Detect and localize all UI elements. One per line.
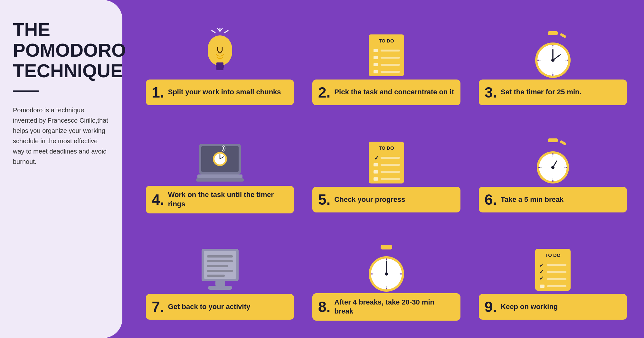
svg-rect-22: [381, 71, 400, 73]
step-5-label: 5. Check your progress: [312, 187, 460, 212]
todo2-icon: TO DO ✓: [367, 137, 406, 187]
step-9-text: Keep on working: [501, 302, 558, 312]
svg-rect-56: [548, 138, 558, 142]
step-7-number: 7.: [152, 299, 164, 314]
svg-rect-76: [207, 275, 225, 277]
step-9-card: TO DO ✓ ✓ ✓ 9. Keep on working: [479, 233, 627, 320]
step-4-text: Work on the task until the timer rings: [168, 190, 289, 209]
svg-rect-100: [540, 285, 545, 288]
step-1-card: 1. Split your work into small chunks: [146, 18, 294, 105]
svg-text:TO DO: TO DO: [545, 252, 561, 258]
step-3-label: 3. Set the timer for 25 min.: [479, 80, 627, 105]
step-6-number: 6.: [485, 192, 497, 207]
step-5-icon-area: TO DO ✓: [367, 126, 406, 187]
description-text: Pomodoro is a technique invented by Fran…: [13, 105, 109, 167]
svg-rect-72: [207, 255, 233, 258]
svg-rect-97: [547, 271, 566, 273]
svg-rect-57: [560, 140, 566, 146]
svg-text:✓: ✓: [539, 269, 544, 275]
svg-rect-16: [381, 50, 400, 52]
svg-rect-10: [216, 65, 224, 68]
svg-rect-95: [547, 264, 566, 266]
step-3-text: Set the timer for 25 min.: [501, 88, 582, 97]
step-7-card: 7. Get back to your activity: [146, 233, 294, 320]
svg-rect-54: [374, 177, 378, 181]
step-2-label: 2. Pick the task and concerntrate on it: [312, 80, 460, 105]
step-2-card: TO DO 2. Pick the task and concerntrate …: [312, 18, 460, 105]
svg-rect-44: [197, 174, 242, 178]
svg-rect-23: [548, 31, 558, 35]
step-1-number: 1.: [152, 85, 164, 100]
svg-rect-101: [547, 285, 566, 287]
left-panel: THE POMODORO TECHNIQUE Pomodoro is a tec…: [0, 0, 122, 338]
svg-rect-78: [208, 286, 232, 290]
svg-rect-52: [374, 170, 378, 174]
step-6-label: 6. Take a 5 min break: [479, 187, 627, 212]
step-6-icon-area: [530, 126, 575, 187]
step-7-label: 7. Get back to your activity: [146, 294, 294, 320]
step-3-icon-area: [530, 18, 575, 80]
step-4-icon-area: [194, 125, 246, 186]
svg-rect-73: [207, 260, 233, 262]
main-content: 1. Split your work into small chunks TO …: [129, 0, 644, 338]
svg-rect-77: [215, 281, 225, 286]
svg-rect-99: [547, 278, 566, 280]
step-6-card: 6. Take a 5 min break: [479, 126, 627, 212]
step-8-label: 8. After 4 breaks, take 20-30 min break: [312, 293, 460, 321]
svg-text:✓: ✓: [374, 155, 379, 161]
svg-point-87: [385, 272, 388, 276]
step-4-number: 4.: [152, 192, 164, 207]
step-2-icon-area: TO DO: [367, 18, 406, 80]
svg-rect-11: [216, 68, 223, 70]
step-9-icon-area: TO DO ✓ ✓ ✓: [534, 233, 572, 294]
svg-point-33: [551, 59, 554, 62]
title-divider: [13, 90, 39, 92]
svg-rect-18: [381, 57, 400, 59]
step-7-icon-area: [197, 233, 243, 294]
svg-line-3: [212, 31, 215, 33]
svg-rect-20: [381, 64, 400, 66]
step-8-text: After 4 breaks, take 20-30 min break: [334, 298, 455, 316]
svg-rect-15: [374, 49, 378, 52]
step-1-text: Split your work into small chunks: [168, 88, 281, 97]
todo1-icon: TO DO: [367, 30, 406, 80]
svg-rect-49: [381, 157, 400, 159]
doc-icon: [197, 247, 243, 294]
svg-text:TO DO: TO DO: [379, 38, 394, 43]
svg-text:TO DO: TO DO: [379, 145, 394, 151]
stopwatch3-icon: [364, 243, 409, 293]
bulb-icon: [202, 28, 238, 80]
step-1-icon-area: [202, 18, 238, 80]
svg-rect-21: [374, 70, 378, 73]
stopwatch2-icon: [530, 137, 575, 187]
svg-rect-74: [207, 265, 228, 267]
svg-rect-51: [381, 164, 400, 166]
step-9-number: 9.: [485, 299, 497, 314]
svg-rect-55: [381, 178, 400, 180]
todo3-icon: TO DO ✓ ✓ ✓: [534, 244, 572, 294]
step-7-text: Get back to your activity: [168, 302, 251, 312]
step-3-number: 3.: [485, 85, 497, 100]
step-5-number: 5.: [318, 192, 330, 207]
svg-rect-17: [374, 56, 378, 59]
svg-rect-75: [207, 270, 233, 272]
svg-line-4: [225, 31, 228, 33]
step-2-text: Pick the task and concerntrate on it: [334, 88, 454, 97]
svg-rect-53: [381, 171, 400, 173]
step-3-card: 3. Set the timer for 25 min.: [479, 18, 627, 105]
step-2-number: 2.: [318, 85, 330, 100]
svg-text:✓: ✓: [539, 276, 544, 281]
step-1-label: 1. Split your work into small chunks: [146, 80, 294, 105]
svg-rect-9: [216, 62, 223, 65]
step-8-card: 8. After 4 breaks, take 20-30 min break: [312, 232, 460, 321]
svg-rect-19: [374, 63, 378, 66]
step-4-label: 4. Work on the task until the timer ring…: [146, 186, 294, 213]
svg-text:✓: ✓: [539, 263, 544, 268]
step-8-number: 8.: [318, 299, 330, 314]
step-5-card: TO DO ✓ 5. Check your progress: [312, 126, 460, 212]
step-6-text: Take a 5 min break: [501, 195, 564, 204]
stopwatch1-icon: [530, 30, 575, 80]
step-5-text: Check your progress: [334, 195, 405, 204]
step-8-icon-area: [364, 232, 409, 293]
svg-point-65: [551, 166, 554, 169]
